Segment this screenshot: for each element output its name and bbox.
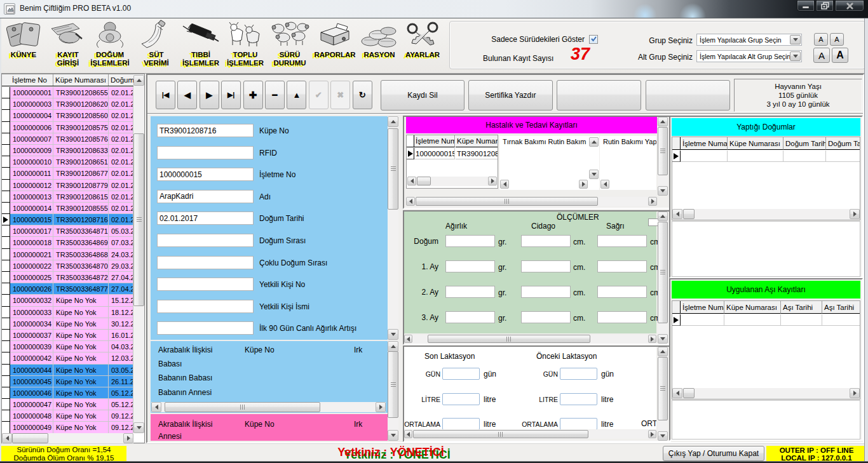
lactation-field[interactable]	[442, 368, 480, 380]
empty-button-2[interactable]	[646, 80, 730, 111]
form-input-2[interactable]	[157, 168, 254, 181]
animal-row[interactable]: 1000000015TR3900120871602.01.20	[2, 214, 133, 225]
font-large-button[interactable]: A	[813, 48, 830, 63]
father-row-0[interactable]: Babası	[158, 359, 182, 368]
scroll-left-arrow[interactable]	[2, 433, 12, 443]
vaccines-col-1[interactable]: Küpe Numarası	[724, 301, 781, 314]
animal-row[interactable]: 1000000044Küpe No Yok03.05.20	[2, 365, 133, 376]
nav-refresh-button[interactable]: ↻	[353, 81, 372, 109]
animal-row[interactable]: 1000000010TR3900120865102.01.20	[2, 156, 133, 168]
toolbar-button-sheep-flock[interactable]: SÜRÜ DURUMU	[264, 19, 316, 72]
scroll-up-arrow[interactable]	[589, 137, 599, 147]
lactation-field[interactable]	[442, 418, 480, 429]
scroll-up-arrow[interactable]	[658, 347, 668, 356]
minimize-button[interactable]	[797, 0, 815, 11]
measure-field-sagri[interactable]	[597, 235, 647, 247]
scroll-down-arrow[interactable]	[388, 430, 398, 441]
memo-vscrollbar[interactable]	[589, 137, 599, 179]
animal-row[interactable]: 1000000037Küpe No Yok16.01.20	[2, 330, 133, 341]
toolbar-button-hay-bales[interactable]: RASYON	[356, 19, 403, 72]
empty-button-1[interactable]	[557, 80, 641, 111]
father-grid-hscrollbar[interactable]	[151, 402, 386, 412]
scroll-right-arrow[interactable]	[648, 335, 656, 343]
scroll-left-arrow[interactable]	[407, 177, 416, 185]
medical-cell-kupe[interactable]: TR39001208	[456, 148, 498, 159]
scrollbar-thumb[interactable]	[658, 357, 668, 420]
nav-insert-button[interactable]: ✚	[243, 81, 263, 109]
lactation-field[interactable]	[560, 418, 597, 429]
scroll-up-arrow[interactable]	[658, 211, 668, 221]
form-input-4[interactable]	[157, 211, 254, 225]
scroll-right-arrow[interactable]	[123, 433, 133, 443]
nav-last-button[interactable]: ▶|	[221, 81, 241, 109]
births-col-3[interactable]: Doğum Tar	[826, 137, 860, 150]
animal-row[interactable]: 1000000025TR3500336487227.04.20	[2, 272, 133, 283]
animal-row[interactable]: 1000000018TR3500336486907.03.20	[2, 237, 133, 248]
scrollbar-thumb[interactable]	[658, 222, 668, 323]
medical-grid-hscrollbar[interactable]	[407, 177, 497, 186]
scroll-left-arrow[interactable]	[672, 209, 682, 219]
births-col-0[interactable]: İşletme Numara	[681, 137, 728, 150]
font-small-button[interactable]: A	[814, 33, 828, 46]
print-certificate-button[interactable]: Sertifika Yazdır	[468, 80, 553, 111]
animal-row[interactable]: 1000000034Küpe No Yok30.12.20	[2, 318, 133, 330]
measure-field-agirlik[interactable]	[445, 311, 495, 323]
scrollbar-thumb[interactable]	[683, 388, 695, 398]
scrollbar-thumb[interactable]	[133, 133, 144, 306]
measurements-vscrollbar[interactable]	[658, 211, 668, 344]
lactation-vscrollbar[interactable]	[658, 347, 668, 441]
animal-row[interactable]: 1000000049Küpe No Yok09.12.20	[2, 422, 133, 433]
medical-col-isletme[interactable]: İşletme Numar	[414, 135, 455, 147]
animal-table-vscrollbar[interactable]	[133, 75, 144, 433]
nav-prior-button[interactable]: ◀	[177, 81, 197, 109]
animal-row[interactable]: 1000000022TR3500336487029.03.20	[2, 260, 133, 272]
measure-field-agirlik[interactable]	[445, 235, 495, 247]
animal-row[interactable]: 1000000011TR3900120867702.01.20	[2, 168, 133, 179]
scroll-up-arrow[interactable]	[658, 117, 668, 126]
scrollbar-thumb[interactable]	[388, 128, 398, 210]
scroll-down-arrow[interactable]	[658, 186, 668, 196]
animal-row[interactable]: 1000000004TR3900120856002.01.20	[2, 110, 133, 121]
toolbar-button-ear-tag[interactable]: KÜNYE	[0, 19, 47, 72]
scrollbar-thumb[interactable]	[658, 127, 668, 175]
subgroup-select-arrow[interactable]	[790, 51, 801, 61]
animal-row[interactable]: 1000000014TR3900120855502.01.20	[2, 203, 133, 214]
family-vscrollbar[interactable]	[388, 341, 398, 441]
scroll-left-arrow[interactable]	[600, 180, 609, 189]
scrollbar-thumb[interactable]	[388, 351, 398, 418]
nav-first-button[interactable]: |◀	[156, 81, 175, 109]
animal-row[interactable]: 1000000009TR3900120863302.01.20	[2, 145, 133, 156]
mother-row-0[interactable]: Annesi	[158, 432, 182, 441]
close-button[interactable]	[835, 0, 864, 11]
scroll-right-arrow[interactable]	[488, 177, 497, 185]
delete-record-button[interactable]: Kaydı Sil	[381, 80, 465, 111]
animal-row[interactable]: 1000000017TR3500336487105.03.20	[2, 225, 133, 237]
measure-field-sagri[interactable]	[597, 311, 647, 323]
animal-row[interactable]: 1000000007TR3900120857602.01.20	[2, 133, 133, 145]
toolbar-button-pacifier[interactable]: DOĞUM İŞLEMLERİ	[84, 19, 136, 72]
scrollbar-thumb[interactable]	[417, 177, 431, 185]
lactation-field[interactable]	[560, 368, 597, 380]
scroll-right-arrow[interactable]	[850, 209, 860, 219]
animal-row[interactable]: 1000000047Küpe No Yok05.12.20	[2, 399, 133, 410]
form-input-5[interactable]	[157, 234, 254, 247]
col-header-isletme[interactable]: İşletme No	[10, 74, 53, 86]
scroll-down-arrow[interactable]	[658, 431, 668, 441]
toolbar-button-keys[interactable]: AYARLAR	[397, 19, 448, 72]
measure-field-agirlik[interactable]	[445, 260, 495, 272]
father-row-1[interactable]: Babanın Babası	[158, 373, 212, 382]
medical-section-hscrollbar[interactable]	[406, 197, 657, 206]
measurements-hscrollbar[interactable]	[404, 335, 656, 344]
animal-row[interactable]: 1000000046Küpe No Yok05.12.20	[2, 387, 133, 399]
vaccines-col-0[interactable]: İşletme Numa	[681, 301, 724, 314]
scroll-down-arrow[interactable]	[133, 422, 144, 433]
vaccines-col-2[interactable]: Aşı Tarihi	[781, 301, 822, 314]
animal-row[interactable]: 1000000006TR3900120857502.01.20	[2, 122, 133, 133]
animal-row[interactable]: 1000000042Küpe No Yok12.03.20	[2, 352, 133, 364]
scroll-right-arrow[interactable]	[579, 180, 588, 189]
measure-field-cidago[interactable]	[521, 311, 571, 323]
scroll-left-arrow[interactable]	[404, 335, 412, 343]
scroll-down-arrow[interactable]	[589, 170, 599, 179]
vaccines-hscrollbar[interactable]	[672, 388, 860, 399]
subgroup-select[interactable]: İşlem Yapılacak Alt Grup Seçin	[696, 50, 802, 62]
